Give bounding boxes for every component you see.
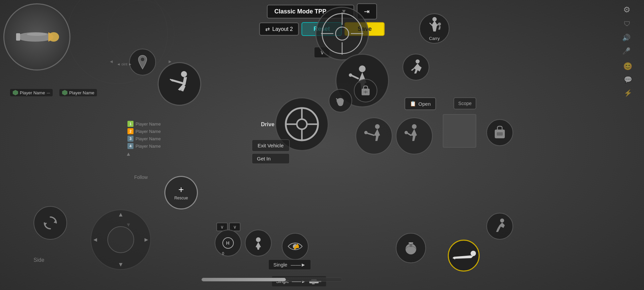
- scope-button[interactable]: Scope: [453, 97, 476, 109]
- bag-icon: [359, 84, 372, 97]
- rescue-button[interactable]: + Rescue: [164, 176, 198, 209]
- bag-button[interactable]: [354, 79, 377, 102]
- rescue-plus-icon: +: [178, 185, 184, 194]
- follow-button[interactable]: Follow: [134, 175, 148, 180]
- team-item-3: 3 Player Name: [127, 136, 161, 142]
- shield-icon-1: [13, 90, 18, 95]
- aim-figure-icon-1: [361, 123, 387, 149]
- dpad-up[interactable]: ▲: [118, 211, 124, 218]
- weapon-icon-1: —: [47, 91, 50, 95]
- svg-point-18: [349, 74, 352, 77]
- settings-icon[interactable]: ⚙: [623, 5, 631, 14]
- exit-vehicle-label: Exit Vehicle: [258, 143, 284, 148]
- svg-point-7: [181, 71, 187, 77]
- eye-like-button[interactable]: [282, 233, 309, 260]
- get-in-button[interactable]: Get In: [252, 153, 290, 164]
- gyro-button[interactable]: H: [215, 230, 241, 256]
- team-name-3: Player Name: [136, 136, 161, 141]
- svg-point-17: [359, 65, 366, 72]
- svg-point-29: [297, 119, 307, 129]
- carry-button[interactable]: Carry: [419, 13, 449, 44]
- terrain-decor-1: [67, 0, 168, 84]
- speaker-icon[interactable]: 🔊: [622, 34, 631, 42]
- layout-button[interactable]: ⇄ Layout 2: [259, 22, 299, 36]
- svg-point-22: [375, 124, 380, 129]
- drive-icon: [282, 104, 322, 144]
- open-icon: 📋: [410, 101, 416, 107]
- mic-icon[interactable]: 🎤: [622, 47, 631, 55]
- backpack-button[interactable]: [486, 119, 513, 146]
- svg-point-47: [500, 219, 504, 223]
- team-num-1: 1: [127, 121, 133, 127]
- svg-text:H: H: [226, 240, 229, 246]
- eye-like-icon: [287, 238, 304, 255]
- svg-rect-27: [497, 132, 503, 136]
- location-pin-button[interactable]: [129, 49, 156, 76]
- crosshair-circle: [315, 7, 369, 60]
- sprint-icon[interactable]: ⚡: [624, 89, 632, 97]
- gyro-icon: H: [221, 236, 235, 250]
- prone-icon: [450, 247, 477, 264]
- svg-point-16: [438, 22, 441, 26]
- prone-button[interactable]: [448, 240, 480, 272]
- progress-bar-area: [201, 278, 342, 282]
- team-num-2: 2: [127, 128, 133, 134]
- carry-label: Carry: [429, 36, 440, 41]
- player-name-text-1: Player Name: [20, 90, 45, 95]
- player-name-text-2: Player Name: [69, 90, 94, 95]
- team-name-2: Player Name: [136, 129, 161, 134]
- svg-point-4: [141, 58, 145, 61]
- player-name-1: Player Name —: [10, 89, 53, 96]
- grenade-button[interactable]: [396, 233, 426, 263]
- svg-point-9: [336, 27, 349, 40]
- exit-vehicle-button[interactable]: Exit Vehicle: [252, 139, 290, 152]
- player-name-2: Player Name: [59, 89, 97, 96]
- emoji-icon[interactable]: 😊: [623, 62, 632, 71]
- carry-figure-icon: [425, 16, 444, 35]
- svg-point-3: [27, 33, 47, 36]
- crouch-button[interactable]: [486, 213, 513, 240]
- dpad-down[interactable]: ▼: [118, 261, 124, 268]
- team-num-3: 3: [127, 136, 133, 142]
- dpad: ◄ ► ▲ ▼: [91, 209, 151, 270]
- shoot-standing-button-2[interactable]: [396, 117, 433, 154]
- shoot-standing-button-1[interactable]: [356, 117, 392, 154]
- aim-figure-icon-2: [401, 123, 428, 149]
- shield-badge-icon: 🛡: [624, 20, 631, 28]
- grab-button[interactable]: [329, 89, 352, 112]
- open-button[interactable]: 📋 Open: [405, 97, 436, 110]
- svg-rect-2: [16, 33, 20, 41]
- layout-label: Layout 2: [272, 26, 293, 32]
- weapon-info-row-1: Single ——►: [268, 259, 311, 270]
- team-list: 1 Player Name 2 Player Name 3 Player Nam…: [127, 121, 161, 149]
- svg-point-24: [412, 124, 417, 129]
- drive-label: Drive: [261, 122, 274, 128]
- side-label: Side: [34, 257, 44, 263]
- team-arrow-up[interactable]: ▲: [126, 151, 131, 157]
- team-item-4: 4 Player Name: [127, 143, 161, 149]
- bullet-icon: [10, 23, 64, 50]
- dpad-left[interactable]: ◄: [92, 236, 98, 243]
- progress-bar-fill: [202, 278, 286, 281]
- crosshair-icon: [320, 12, 364, 55]
- backpack-icon: [491, 124, 508, 141]
- hand-icon: [334, 94, 347, 107]
- dpad-right[interactable]: ►: [143, 236, 149, 243]
- weapon-arrow-1: ——►: [291, 262, 306, 268]
- player-silhouette-button[interactable]: [245, 230, 272, 256]
- layout-icon: ⇄: [265, 26, 270, 32]
- ammo-count: 0: [222, 251, 224, 255]
- run-button[interactable]: [402, 54, 429, 81]
- svg-point-25: [405, 131, 408, 134]
- get-in-label: Get In: [257, 156, 271, 161]
- team-name-1: Player Name: [136, 122, 161, 127]
- team-item-2: 2 Player Name: [127, 128, 161, 134]
- inventory-slot[interactable]: [443, 114, 476, 148]
- ghost-arrow-left: ◄: [109, 59, 114, 64]
- svg-point-48: [471, 251, 476, 256]
- team-name-4: Player Name: [136, 144, 161, 149]
- side-button[interactable]: [34, 206, 67, 240]
- svg-point-23: [364, 131, 368, 134]
- aim-shoot-button[interactable]: [158, 62, 201, 106]
- chat-icon[interactable]: 💬: [624, 76, 632, 84]
